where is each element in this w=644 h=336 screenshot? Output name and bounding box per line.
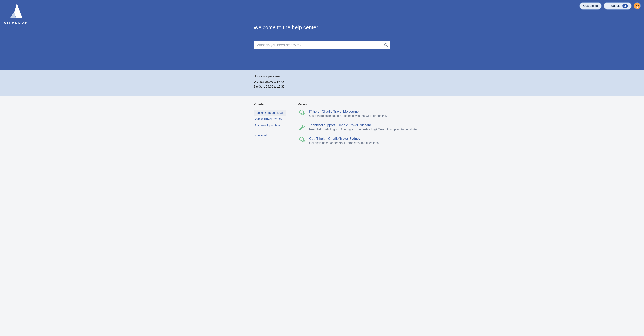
browse-all-link[interactable]: Browse all [254, 134, 286, 137]
recent-item-text: Get IT help · Charlie Travel Sydney Get … [309, 137, 380, 145]
recent-list: ? IT help · Charlie Travel Melbourne Get… [298, 110, 419, 145]
atlassian-logo-icon [7, 2, 25, 20]
divider [254, 131, 286, 131]
svg-point-0 [634, 3, 640, 9]
requests-label: Requests [608, 4, 620, 8]
popular-list: Premier Support Request Charlie Travel S… [254, 110, 286, 128]
search-box [254, 41, 390, 50]
popular-item[interactable]: Charlie Travel Sydney [254, 116, 286, 122]
chat-question-icon: ? [298, 137, 306, 145]
recent-heading: Recent [298, 103, 419, 106]
recent-item-label: Technical support [309, 123, 335, 127]
recent-item[interactable]: ? IT help · Charlie Travel Melbourne Get… [298, 110, 419, 118]
recent-item-description: Need help installing, configuring, or tr… [309, 128, 419, 131]
dot-separator: · [336, 123, 338, 127]
content-columns: Popular Premier Support Request Charlie … [254, 96, 390, 159]
hours-lines: Mon-Fri: 09:00 to 17:00 Sat-Sun: 09:00 t… [254, 81, 390, 88]
recent-item[interactable]: ? Get IT help · Charlie Travel Sydney Ge… [298, 137, 419, 145]
recent-item-title: Get IT help · Charlie Travel Sydney [309, 137, 380, 141]
requests-button[interactable]: Requests 29 [604, 2, 632, 10]
recent-item-description: Get general tech support, like help with… [309, 114, 387, 118]
popular-item-label: Customer Operations Center [254, 124, 286, 127]
recent-item-label: IT help [309, 110, 319, 113]
header-actions: Customize Requests 29 [0, 0, 644, 12]
hours-band: Hours of operation Mon-Fri: 09:00 to 17:… [0, 70, 644, 96]
svg-line-5 [387, 46, 388, 47]
popular-item-label: Premier Support Request [254, 111, 286, 114]
avatar-icon [634, 3, 640, 9]
page-title: Welcome to the help center [254, 25, 390, 31]
hours-heading: Hours of operation [254, 75, 390, 78]
recent-item-text: Technical support · Charlie Travel Brisb… [309, 123, 419, 131]
recent-column: Recent ? IT help · Charlie Travel Melbou… [298, 103, 419, 150]
recent-item-project: Charlie Travel Brisbane [338, 123, 372, 127]
requests-count-badge: 29 [622, 4, 628, 8]
popular-column: Popular Premier Support Request Charlie … [254, 103, 286, 150]
search-input[interactable] [254, 41, 382, 49]
search-button[interactable] [382, 43, 390, 47]
hero-banner: ATLASSIAN Customize Requests 29 Welcome … [0, 0, 644, 70]
avatar[interactable] [634, 3, 641, 9]
chat-question-icon: ? [298, 110, 306, 118]
hours-line-2: Sat-Sun: 09:00 to 12:30 [254, 85, 390, 89]
recent-item-project: Charlie Travel Melbourne [322, 110, 359, 113]
recent-item-description: Get assistance for general IT problems a… [309, 141, 380, 145]
recent-item-title: IT help · Charlie Travel Melbourne [309, 110, 387, 114]
dot-separator: · [326, 137, 328, 140]
popular-item[interactable]: Customer Operations Center [254, 122, 286, 128]
customize-button[interactable]: Customize [580, 2, 602, 10]
popular-item[interactable]: Premier Support Request [254, 110, 286, 116]
dot-separator: · [320, 110, 322, 113]
svg-text:?: ? [301, 138, 302, 141]
svg-point-4 [384, 44, 387, 46]
hero-content: Welcome to the help center [254, 12, 390, 50]
svg-text:?: ? [301, 111, 302, 114]
recent-item-text: IT help · Charlie Travel Melbourne Get g… [309, 110, 387, 118]
customize-label: Customize [583, 4, 598, 8]
popular-heading: Popular [254, 103, 286, 106]
recent-item[interactable]: Technical support · Charlie Travel Brisb… [298, 123, 419, 131]
search-icon [384, 43, 388, 47]
svg-point-2 [638, 5, 639, 6]
recent-item-title: Technical support · Charlie Travel Brisb… [309, 123, 419, 127]
wrench-icon [298, 123, 306, 131]
svg-point-1 [636, 5, 637, 6]
brand-logo: ATLASSIAN [4, 2, 28, 25]
brand-name: ATLASSIAN [4, 21, 28, 25]
recent-item-label: Get IT help [309, 137, 326, 140]
hours-line-1: Mon-Fri: 09:00 to 17:00 [254, 81, 390, 85]
popular-item-label: Charlie Travel Sydney [254, 117, 286, 121]
recent-item-project: Charlie Travel Sydney [328, 137, 360, 140]
